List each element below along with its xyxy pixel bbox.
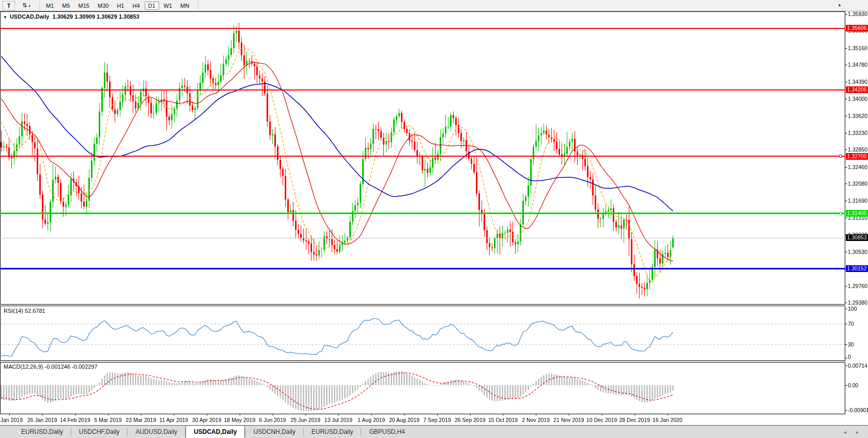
date-tick-label: 7 Sep 2019 <box>423 417 451 423</box>
timeframe-buttons: M1M5M15M30H1H4D1W1MN <box>42 1 198 10</box>
chart-tab-gbpusd-h4[interactable]: GBPUSD,H4 <box>361 426 412 438</box>
rsi-tick-label: 30 <box>848 341 868 348</box>
chart-title: ▼USDCAD,Daily 1.30629 1.30909 1.30629 1.… <box>3 13 140 20</box>
macd-tick-label: -0.009015 <box>848 407 868 413</box>
symbol-period-label: USDCAD,Daily <box>10 13 49 20</box>
toolbar-separator <box>198 2 198 9</box>
level-line-1.30152[interactable] <box>0 268 845 269</box>
level-line-1.34206[interactable] <box>0 89 845 90</box>
date-tick-label: 8 Jan 2019 <box>0 417 23 423</box>
rsi-indicator-label: RSI(14) 52.6781 <box>4 308 45 314</box>
price-tick-label: 1.31690 <box>848 198 868 204</box>
date-tick-label: 28 Dec 2019 <box>619 417 650 423</box>
date-tick-label: 16 Jan 2020 <box>653 417 683 423</box>
price-tick-label: 1.30530 <box>848 249 868 255</box>
mt4-window: T ⇅ ▾ M1M5M15M30H1H4D1W1MN ▲ ▼USDCAD,Dai… <box>0 0 868 438</box>
price-chart-canvas[interactable] <box>0 0 868 438</box>
price-tick-label: 1.29760 <box>848 283 868 289</box>
date-tick-label: 5 Mar 2019 <box>95 417 122 423</box>
date-tick-label: 2 Nov 2019 <box>522 417 550 423</box>
scroll-up-arrow[interactable]: ▲ <box>838 3 842 7</box>
price-tick-label: 1.34000 <box>848 96 868 102</box>
price-tick-label: 1.33230 <box>848 130 868 136</box>
price-level-badge: 1.31405 <box>846 210 868 217</box>
rsi-tick-label: 0 <box>848 354 868 360</box>
date-tick-label: 20 Aug 2019 <box>389 417 420 423</box>
macd-indicator-label: MACD(12,26,9) -0.001246 -0.002297 <box>4 364 98 370</box>
price-level-badge: 1.32700 <box>846 153 868 160</box>
arrange-glyph: ⇅ <box>22 2 27 8</box>
toolbar-separator <box>39 2 40 9</box>
current-price-line <box>0 238 845 238</box>
date-tick-label: 14 Feb 2019 <box>60 417 90 423</box>
chart-tab-eurusd-daily[interactable]: EURUSD,Daily <box>304 426 361 438</box>
price-level-badge: 1.30152 <box>846 265 868 272</box>
macd-tick-label: 0.00714 <box>848 363 868 369</box>
date-tick-label: 15 Oct 2019 <box>488 417 518 423</box>
tabs-scroll-left-icon[interactable]: ◄ <box>843 430 847 435</box>
ohlc-values: 1.30629 1.30909 1.30629 1.30853 <box>52 13 139 20</box>
timeframe-button-h1[interactable]: H1 <box>113 2 128 10</box>
date-tick-label: 11 Apr 2019 <box>160 417 189 423</box>
level-anchor-square <box>839 212 842 215</box>
level-line-1.31405[interactable] <box>0 213 845 214</box>
date-tick-label: 1 Aug 2019 <box>358 417 385 423</box>
level-line-1.32700[interactable] <box>0 156 845 157</box>
price-level-badge: 1.34206 <box>846 86 868 93</box>
timeframe-button-w1[interactable]: W1 <box>160 2 176 10</box>
toolbar: T ⇅ ▾ M1M5M15M30H1H4D1W1MN ▲ <box>0 0 868 11</box>
date-tick-label: 18 May 2019 <box>224 417 256 423</box>
chevron-down-icon: ▾ <box>28 4 30 8</box>
timeframe-button-mn[interactable]: MN <box>177 2 193 10</box>
macd-tick-label: 0.00 <box>848 382 868 388</box>
timeframe-button-d1[interactable]: D1 <box>145 2 159 10</box>
price-tick-label: 1.35930 <box>848 11 868 17</box>
price-tick-label: 1.33620 <box>848 113 868 119</box>
timeframe-button-m1[interactable]: M1 <box>42 2 57 10</box>
chart-tab-usdcad-daily[interactable]: USDCAD,Daily <box>185 425 245 438</box>
level-line-1.35606[interactable] <box>0 28 845 29</box>
chart-tab-usdcnh-daily[interactable]: USDCNH,Daily <box>245 426 303 438</box>
tabs-scroll-right-icon[interactable]: ► <box>855 430 860 435</box>
price-tick-label: 1.32850 <box>848 146 868 153</box>
level-anchor-square <box>839 155 842 158</box>
date-tick-label: 10 Dec 2019 <box>586 417 617 423</box>
timeframe-button-m15[interactable]: M15 <box>75 2 93 10</box>
date-tick-label: 25 Jun 2019 <box>290 417 320 423</box>
price-tick-label: 1.34390 <box>848 79 868 85</box>
price-tick-label: 1.29380 <box>848 299 868 306</box>
date-tick-label: 21 Nov 2019 <box>553 417 584 423</box>
rsi-tick-label: 70 <box>848 321 868 327</box>
current-price-badge: 1.30853 <box>846 234 868 241</box>
price-level-badge: 1.35606 <box>846 25 868 32</box>
date-tick-label: 13 Jul 2019 <box>324 417 352 423</box>
timeframe-button-h4[interactable]: H4 <box>129 2 143 10</box>
date-tick-label: 26 Jan 2019 <box>27 417 57 423</box>
price-tick-label: 1.34780 <box>848 62 868 68</box>
timeframe-button-m5[interactable]: M5 <box>58 2 73 10</box>
timeframe-button-m30[interactable]: M30 <box>94 2 112 10</box>
text-label-tool-icon[interactable]: T <box>3 1 15 10</box>
chart-tab-audusd-daily[interactable]: AUDUSD,Daily <box>128 426 185 438</box>
chart-tab-bar: ◄ ► EURUSD,DailyUSDCHF,DailyAUDUSD,Daily… <box>0 425 868 438</box>
arrange-tool-icon[interactable]: ⇅ ▾ <box>18 1 35 9</box>
rsi-tick-label: 100 <box>848 306 868 312</box>
chart-tab-usdchf-daily[interactable]: USDCHF,Daily <box>71 426 128 438</box>
date-tick-label: 23 Mar 2019 <box>126 417 156 423</box>
date-tick-label: 26 Sep 2019 <box>455 417 486 423</box>
price-tick-label: 1.35160 <box>848 45 868 51</box>
price-tick-label: 1.32460 <box>848 164 868 170</box>
price-tick-label: 1.32080 <box>848 180 868 187</box>
date-tick-label: 30 Apr 2019 <box>192 417 222 423</box>
date-tick-label: 6 Jun 2019 <box>259 417 286 423</box>
chart-tab-eurusd-daily[interactable]: EURUSD,Daily <box>13 426 71 438</box>
collapse-arrow-icon[interactable]: ▼ <box>3 15 7 20</box>
